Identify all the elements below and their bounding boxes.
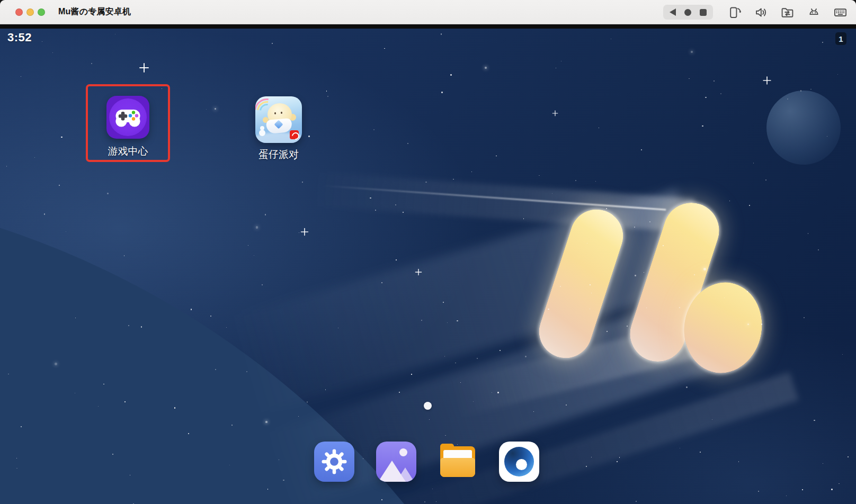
star (254, 255, 254, 256)
star (443, 302, 444, 303)
star (680, 448, 680, 448)
star (447, 322, 448, 323)
star (441, 33, 442, 34)
star (283, 480, 284, 481)
notification-badge: 1 (835, 32, 846, 45)
light-trail (312, 172, 695, 232)
star (381, 282, 383, 284)
star (599, 128, 599, 128)
mumu-logo-bar-left (532, 203, 630, 365)
star (802, 489, 803, 490)
star (421, 320, 423, 321)
star (786, 496, 787, 497)
android-nav-group (663, 5, 713, 20)
star (714, 80, 715, 82)
window-content-divider (0, 24, 856, 29)
star (325, 389, 326, 390)
close-button[interactable] (15, 8, 23, 16)
star (611, 39, 611, 39)
star (761, 323, 763, 325)
window-title: Mu酱の专属安卓机 (58, 6, 131, 17)
star (429, 419, 430, 420)
star (848, 456, 849, 457)
dock-files-icon[interactable] (438, 442, 478, 482)
star (566, 404, 567, 406)
star (326, 91, 327, 91)
star (124, 255, 125, 256)
star (720, 93, 721, 94)
star (61, 137, 62, 138)
star-sparkle (301, 228, 308, 236)
star (700, 452, 701, 453)
star (634, 227, 635, 227)
star (617, 461, 618, 462)
star (59, 185, 60, 186)
star (370, 197, 371, 199)
dock-gallery-icon[interactable] (376, 442, 416, 482)
android-system-icon[interactable] (806, 5, 821, 20)
star (823, 463, 823, 464)
android-home-screen[interactable]: 3:52 1 (0, 29, 856, 504)
dock-browser-icon[interactable] (499, 442, 539, 482)
star (174, 407, 176, 409)
star (753, 163, 754, 163)
star (689, 78, 690, 79)
star (712, 419, 712, 420)
zoom-button[interactable] (38, 8, 45, 16)
star (307, 401, 308, 402)
star (839, 483, 839, 484)
star (758, 491, 759, 492)
star (686, 386, 688, 388)
star (384, 48, 385, 49)
star (814, 420, 815, 421)
titlebar[interactable]: Mu酱の专属安卓机 (0, 0, 856, 24)
app-eggy-party[interactable]: 蛋仔派对 (236, 96, 321, 161)
emulator-window: Mu酱の专属安卓机 (0, 0, 856, 504)
star (619, 457, 620, 457)
star (75, 318, 76, 318)
star (460, 382, 461, 383)
egg-eye (274, 112, 276, 114)
star (453, 179, 454, 180)
star (52, 52, 53, 53)
android-back-icon[interactable] (670, 8, 676, 16)
rotate-screen-icon[interactable] (727, 5, 742, 20)
star (256, 226, 258, 228)
star (607, 331, 608, 332)
star-sparkle (552, 111, 558, 116)
app-game-center[interactable]: 游戏中心 (86, 96, 170, 158)
star (496, 156, 497, 157)
toolbar (663, 0, 848, 24)
android-recents-icon[interactable] (700, 9, 707, 16)
star (395, 204, 396, 205)
star (523, 218, 524, 219)
star (539, 175, 539, 176)
star (842, 354, 843, 355)
star (810, 89, 812, 90)
star (444, 356, 445, 357)
game-center-icon[interactable] (106, 96, 149, 139)
star (548, 309, 549, 310)
star (590, 309, 590, 309)
star (436, 501, 436, 502)
star-sparkle (139, 63, 149, 73)
netease-logo (290, 130, 299, 139)
android-home-icon[interactable] (684, 9, 691, 16)
star (265, 214, 266, 215)
volume-icon[interactable] (753, 5, 768, 20)
light-trail (228, 188, 704, 413)
star (804, 317, 805, 318)
keyboard-icon[interactable] (833, 5, 848, 20)
minimize-button[interactable] (26, 8, 34, 16)
file-transfer-icon[interactable] (780, 5, 795, 20)
star (827, 136, 827, 137)
star (42, 41, 42, 42)
star (702, 125, 703, 127)
status-time: 3:52 (7, 31, 32, 44)
star (500, 350, 501, 351)
star (641, 149, 642, 150)
star (606, 208, 607, 209)
dock-settings-icon[interactable] (314, 442, 354, 482)
star (124, 401, 126, 402)
eggy-party-icon[interactable] (255, 96, 302, 143)
